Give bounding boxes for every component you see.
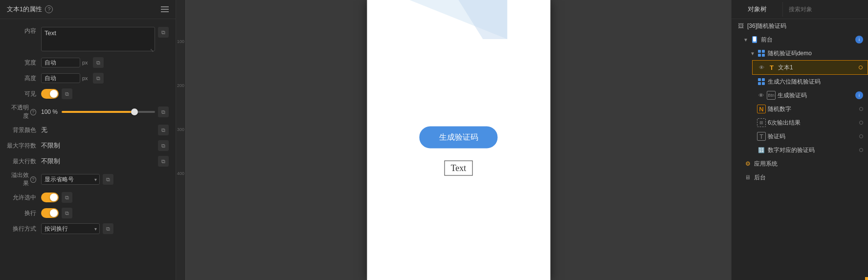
visible-row: 可见 ⧉	[0, 86, 176, 102]
width-label: 宽度	[7, 59, 41, 67]
tree-item-backend[interactable]: 🖥 后台	[738, 171, 868, 184]
expand-frontend-icon: ▼	[743, 37, 748, 43]
opacity-row: 不透明度 ? 100 % ⧉	[0, 102, 176, 122]
tree-item-text1[interactable]: 👁 T 文本1	[752, 60, 868, 75]
backend-icon: 🖥	[743, 173, 752, 182]
bottom-indicator	[865, 277, 868, 280]
bgcolor-value[interactable]: 无	[41, 126, 155, 134]
tree-item-digit-captcha[interactable]: 🔢 数字对应的验证码	[752, 143, 868, 157]
n-icon: N	[757, 105, 766, 113]
content-input-wrapper: Text ⤡	[41, 27, 155, 53]
visible-toggle-knob	[50, 90, 58, 98]
wrapmethod-copy-btn[interactable]: ⧉	[103, 223, 113, 234]
tree-item-captcha-demo[interactable]: ▼ 随机验证码demo	[745, 46, 868, 60]
tree-item-gen-captcha[interactable]: 生成六位随机验证码	[752, 75, 868, 88]
wrap-copy-btn[interactable]: ⧉	[62, 208, 72, 218]
width-input[interactable]	[41, 58, 80, 67]
svg-rect-11	[762, 82, 765, 85]
opacity-help-icon[interactable]: ?	[30, 109, 36, 115]
svg-rect-10	[758, 82, 761, 85]
grid-icon: ⊞	[757, 118, 766, 127]
tree-item-apply-system[interactable]: ⚙ 应用系统	[738, 157, 868, 171]
digit-captcha-dot	[859, 148, 863, 152]
selectable-toggle[interactable]	[41, 193, 59, 202]
content-row: 内容 Text ⤡ ⧉	[0, 23, 176, 55]
selectable-row: 允许选中 ⧉	[0, 190, 176, 205]
tree-label-text1: 文本1	[778, 64, 857, 72]
component-captcha-icon	[757, 49, 766, 58]
visible-copy-btn[interactable]: ⧉	[62, 88, 72, 99]
content-copy-btn[interactable]: ⧉	[158, 27, 169, 38]
properties-body: 内容 Text ⤡ ⧉ 宽度 px ⧉ 高度 px ⧉ 可见 ⧉	[0, 19, 176, 240]
overflow-help-icon[interactable]: ?	[30, 176, 36, 183]
svg-rect-5	[762, 50, 765, 53]
wrap-toggle[interactable]	[41, 208, 59, 218]
visible-label: 可见	[7, 90, 41, 98]
right-panel: 对象树 🖼 [36]随机验证码 ▼ 前台 i ▼ 随机验证码demo 👁	[731, 0, 868, 280]
wrap-label: 换行	[7, 209, 41, 217]
canvas-content[interactable]: 生成验证码 Text	[186, 0, 731, 280]
tree-item-frontend[interactable]: ▼ 前台 i	[738, 33, 868, 46]
selectable-label: 允许选中	[7, 194, 41, 202]
visible-toggle[interactable]	[41, 89, 59, 99]
textarea-resize[interactable]: ⤡	[150, 48, 154, 52]
digit-icon: 🔢	[757, 146, 766, 154]
wrap-toggle-knob	[50, 209, 58, 217]
tree-label-frontend: 前台	[761, 36, 853, 44]
wrapmethod-row: 换行方式 按词换行 ▾ ⧉	[0, 221, 176, 237]
gear-icon: ⚙	[743, 159, 752, 168]
tab-object-tree[interactable]: 对象树	[732, 0, 782, 19]
height-copy-btn[interactable]: ⧉	[93, 73, 104, 84]
opacity-copy-btn[interactable]: ⧉	[158, 107, 169, 117]
svg-rect-8	[758, 78, 761, 81]
content-textarea[interactable]: Text	[41, 27, 155, 51]
content-label: 内容	[7, 27, 41, 35]
overflow-select[interactable]: 显示省略号	[41, 174, 100, 185]
selectable-toggle-knob	[50, 194, 58, 201]
tree-item-captcha-group[interactable]: 🖼 [36]随机验证码	[732, 19, 868, 33]
menu-icon[interactable]	[161, 6, 169, 12]
tree-label-output6: 6次输出结果	[768, 119, 857, 127]
maxlines-value[interactable]: 不限制	[41, 157, 155, 166]
btn-icon: Btn	[767, 91, 776, 100]
help-icon[interactable]: ?	[45, 5, 53, 13]
ruler-400: 400	[177, 171, 184, 176]
maxchars-value[interactable]: 不限制	[41, 141, 155, 150]
tree-item-gen-btn[interactable]: 👁 Btn 生成验证码 i	[752, 88, 868, 102]
text-icon-text1: T	[767, 63, 776, 72]
t-icon-captcha: T	[757, 132, 766, 141]
canvas-page[interactable]: 生成验证码 Text	[367, 0, 550, 280]
expand-captcha-demo-icon: ▼	[750, 51, 755, 56]
wrapmethod-label: 换行方式	[7, 225, 41, 233]
height-input[interactable]	[41, 73, 80, 83]
tree-item-random-num[interactable]: N 随机数字	[752, 102, 868, 116]
height-label: 高度	[7, 74, 41, 83]
search-input[interactable]	[782, 2, 868, 17]
maxchars-copy-btn[interactable]: ⧉	[158, 140, 169, 151]
selectable-copy-btn[interactable]: ⧉	[62, 192, 72, 203]
wrapmethod-select[interactable]: 按词换行	[41, 223, 100, 234]
maxchars-row: 最大字符数 不限制 ⧉	[0, 138, 176, 153]
height-row: 高度 px ⧉	[0, 70, 176, 86]
text1-dot	[859, 65, 863, 69]
bgcolor-copy-btn[interactable]: ⧉	[158, 125, 169, 135]
tree-item-captcha-code[interactable]: T 验证码	[752, 129, 868, 143]
maxlines-label: 最大行数	[7, 157, 41, 166]
width-row: 宽度 px ⧉	[0, 55, 176, 70]
svg-rect-7	[762, 54, 765, 57]
tree-label-backend: 后台	[754, 173, 863, 182]
maxlines-copy-btn[interactable]: ⧉	[158, 156, 169, 167]
eye-icon-text1[interactable]: 👁	[757, 64, 765, 71]
generate-button[interactable]: 生成验证码	[420, 126, 498, 148]
random-num-dot	[859, 107, 863, 111]
width-unit: px	[82, 60, 88, 65]
width-copy-btn[interactable]: ⧉	[93, 57, 104, 68]
overflow-select-wrapper: 显示省略号 ▾	[41, 174, 100, 185]
ruler-100: 100	[177, 39, 184, 44]
overflow-copy-btn[interactable]: ⧉	[103, 174, 113, 185]
panel-title: 文本1的属性	[7, 5, 42, 14]
svg-rect-4	[758, 50, 761, 53]
eye-icon-gen-btn[interactable]: 👁	[757, 91, 765, 99]
opacity-slider[interactable]	[62, 111, 155, 113]
tree-item-output6[interactable]: ⊞ 6次输出结果	[752, 116, 868, 129]
